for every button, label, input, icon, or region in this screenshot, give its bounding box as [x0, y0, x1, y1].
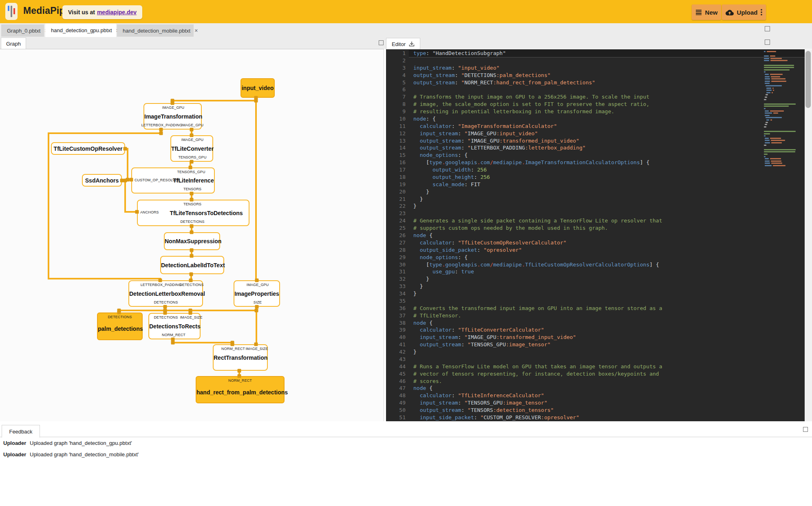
port-label: TENSORS_GPU — [177, 170, 205, 174]
port-label: DETECTIONS — [179, 283, 203, 287]
port-label: SIZE — [254, 300, 262, 304]
graph-node-hand_rect_from_palm_detections[interactable]: hand_rect_from_palm_detectionsNORM_RECT — [196, 376, 285, 403]
feedback-source: Uploader — [3, 451, 26, 458]
code-line: 23 — [386, 210, 802, 217]
feedback-message: Uploaded graph 'hand_detection_gpu.pbtxt… — [30, 440, 132, 446]
port-label: IMAGE_GPU — [247, 283, 269, 287]
code-line: 47node { — [386, 385, 802, 392]
feedback-panel: Feedback UploaderUploaded graph 'hand_de… — [0, 421, 812, 506]
port-label: DETECTIONS — [180, 220, 204, 224]
cloud-upload-icon — [726, 9, 734, 15]
top-right-expand-icon[interactable] — [765, 26, 770, 31]
new-button[interactable]: New — [692, 4, 721, 20]
node-title: NonMaxSuppression — [165, 238, 219, 244]
port-label: LETTERBOX_PADDING — [141, 123, 183, 127]
graph-node-NonMaxSuppression[interactable]: NonMaxSuppression — [164, 232, 220, 250]
graph-node-ImageTransformation[interactable]: ImageTransformationIMAGE_GPULETTERBOX_PA… — [143, 103, 202, 130]
node-title: hand_rect_from_palm_detections — [196, 389, 284, 396]
code-line: 17 output_width: 256 — [386, 166, 802, 174]
graph-node-DetectionsToRects[interactable]: DetectionsToRectsDETECTIONSIMAGE_SIZENOR… — [148, 313, 201, 339]
code-line: 41 output_stream: "TENSORS_GPU:image_ten… — [386, 341, 802, 348]
port-label: IMAGE_GPU — [181, 123, 203, 127]
code-line: 46# scores. — [386, 378, 802, 385]
node-title: SsdAnchors — [83, 177, 121, 184]
graph-node-TfLiteTensorsToDetections[interactable]: TfLiteTensorsToDetectionsTENSORSANCHORSD… — [137, 200, 249, 226]
graph-node-RectTransformation[interactable]: RectTransformationNORM_RECTIMAGE_SIZE — [213, 344, 268, 371]
download-icon[interactable] — [409, 41, 415, 47]
port-label: LETTERBOX_PADDING — [141, 283, 182, 287]
graph-node-TfLiteCustomOpResolver[interactable]: TfLiteCustomOpResolver — [51, 142, 125, 155]
new-button-label: New — [705, 9, 718, 16]
code-line: 26node { — [386, 232, 802, 239]
code-line: 4output_stream: "DETECTIONS:palm_detecti… — [386, 72, 802, 79]
code-line: 49 input_stream: "TENSORS_GPU:image_tens… — [386, 399, 802, 407]
feedback-row: UploaderUploaded graph 'hand_detection_g… — [0, 440, 812, 449]
code-line: 35 — [386, 297, 802, 305]
code-line: 14 output_stream: "LETTERBOX_PADDING:let… — [386, 144, 802, 152]
code-editor[interactable]: 1type: "HandDetectionSubgraph"23input_st… — [386, 49, 805, 421]
code-line: 31 use_gpu: true — [386, 268, 802, 275]
code-line: 25# supports custom ops needed by the mo… — [386, 224, 802, 232]
code-line: 15 node_options: { — [386, 152, 802, 159]
node-title: TfLiteCustomOpResolver — [52, 145, 124, 152]
code-line: 45# vector of tensors representing, for … — [386, 370, 802, 378]
tab-editor[interactable]: Editor — [386, 38, 420, 50]
code-line: 18 output_height: 256 — [386, 174, 802, 181]
port-label: IMAGE_GPU — [162, 106, 184, 110]
graph-node-palm_detections[interactable]: palm_detectionsDETECTIONS — [97, 312, 143, 340]
port-label: NORM_RECT — [228, 378, 252, 383]
tab-feedback[interactable]: Feedback — [2, 425, 40, 438]
code-line: 22} — [386, 202, 802, 210]
upload-button[interactable]: Upload — [722, 4, 766, 20]
node-title: DetectionLabelIdToText — [161, 262, 223, 268]
code-line: 30 [type.googleapis.com/mediapipe.TfLite… — [386, 261, 802, 268]
code-line: 11 calculator: "ImageTransformationCalcu… — [386, 123, 802, 130]
code-line: 38node { — [386, 319, 802, 327]
graph-node-ImageProperties[interactable]: ImagePropertiesIMAGE_GPUSIZE — [234, 280, 280, 307]
editor-scrollbar[interactable] — [805, 49, 812, 421]
graph-node-input_video[interactable]: input_video — [241, 78, 275, 98]
graph-node-DetectionLabelIdToText[interactable]: DetectionLabelIdToText — [160, 256, 224, 274]
code-line: 12 input_stream: "IMAGE_GPU:input_video" — [386, 130, 802, 137]
port-label: NORM_RECT — [162, 333, 185, 337]
code-line: 3input_stream: "input_video" — [386, 64, 802, 72]
code-line: 29 node_options: { — [386, 254, 802, 261]
node-title: input_video — [241, 85, 274, 91]
feedback-expand-icon[interactable] — [803, 427, 808, 432]
code-line: 2 — [386, 57, 802, 64]
feedback-divider — [0, 437, 812, 437]
code-line: 34} — [386, 290, 802, 297]
editor-pane-expand-icon[interactable] — [765, 40, 770, 45]
node-title: ImageProperties — [234, 290, 279, 297]
port-label: DETECTIONS — [108, 315, 132, 319]
graph-node-TfLiteInference[interactable]: TfLiteInferenceTENSORS_GPUCUSTOM_OP_RESO… — [131, 167, 215, 194]
feedback-message: Uploaded graph 'hand_detection_mobile.pb… — [30, 451, 139, 458]
graph-node-TfLiteConverter[interactable]: TfLiteConverterIMAGE_GPUTENSORS_GPU — [170, 135, 213, 162]
code-line: 33 } — [386, 283, 802, 290]
code-line: 48 calculator: "TfLiteInferenceCalculato… — [386, 392, 802, 399]
node-title: TfLiteConverter — [171, 145, 212, 152]
editor-tab-label: Editor — [392, 41, 406, 47]
code-line: 1type: "HandDetectionSubgraph" — [386, 50, 802, 57]
code-line: 44# Runs a TensorFlow Lite model on GPU … — [386, 363, 802, 370]
port-label: NORM_RECT — [221, 347, 245, 351]
code-line: 42} — [386, 348, 802, 356]
port-label: CUSTOM_OP_RESOLVER — [135, 178, 180, 182]
code-line: 51 input_side_packet: "CUSTOM_OP_RESOLVE… — [386, 414, 802, 421]
graph-node-SsdAnchors[interactable]: SsdAnchors — [82, 174, 122, 187]
node-title: palm_detections — [98, 326, 142, 332]
graph-node-DetectionLetterboxRemoval[interactable]: DetectionLetterboxRemovalLETTERBOX_PADDI… — [128, 280, 203, 307]
node-title: DetectionLetterboxRemoval — [129, 290, 202, 297]
node-title: ImageTransformation — [144, 113, 201, 120]
port-label: DETECTIONS — [154, 315, 178, 319]
port-label: IMAGE_GPU — [181, 138, 203, 142]
code-line: 21 } — [386, 196, 802, 203]
feedback-tab-label: Feedback — [9, 429, 32, 435]
new-list-icon — [695, 9, 702, 15]
code-line: 19 scale_mode: FIT — [386, 181, 802, 188]
editor-scrollbar-thumb[interactable] — [805, 51, 811, 108]
port-label: DETECTIONS — [154, 300, 178, 304]
code-line: 28 output_side_packet: "opresolver" — [386, 246, 802, 254]
kebab-menu-icon[interactable] — [761, 9, 762, 15]
code-line: 20 } — [386, 188, 802, 196]
